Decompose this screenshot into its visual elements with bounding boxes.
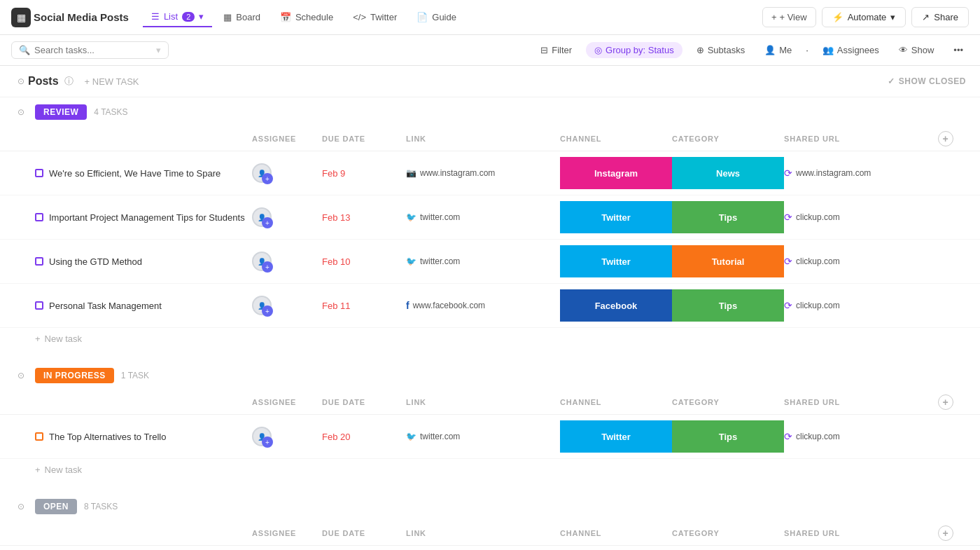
channel-badge[interactable]: Twitter (560, 201, 672, 233)
posts-info-icon[interactable]: ⓘ (64, 75, 74, 88)
me-button[interactable]: 👤 Me (759, 42, 797, 58)
due-date-cell: Feb 20 (322, 432, 406, 442)
group-open: ⊙ OPEN 8 TASKS ASSIGNEE DUE DATE LINK CH… (0, 492, 980, 550)
shared-url-cell: ⟳ www.instagram.com (784, 167, 938, 179)
col-due-date: DUE DATE (322, 135, 406, 143)
col-channel: CHANNEL (560, 529, 672, 537)
automate-icon: ⚡ (832, 12, 844, 22)
add-task-review[interactable]: + New task (0, 328, 980, 350)
link-cell: f www.facebook.com (406, 300, 560, 311)
add-view-button[interactable]: + + View (762, 7, 816, 27)
channel-badge[interactable]: Twitter (560, 420, 672, 453)
open-collapse-button[interactable]: ⊙ (14, 500, 28, 514)
col-assignee: ASSIGNEE (252, 135, 322, 143)
group-icon: ◎ (594, 45, 602, 55)
channel-cell: Twitter (560, 245, 672, 277)
posts-title: Posts (28, 75, 59, 88)
subtasks-button[interactable]: ⊕ Subtasks (691, 42, 750, 58)
category-badge[interactable]: Tips (672, 420, 784, 453)
group-in-progress: ⊙ IN PROGRESS 1 TASK ASSIGNEE DUE DATE L… (0, 361, 980, 481)
shared-url-cell: ⟳ clickup.com (784, 212, 938, 223)
category-cell: Tips (672, 201, 784, 233)
channel-badge[interactable]: Instagram (560, 157, 672, 189)
task-checkbox[interactable] (35, 257, 43, 266)
assignee-cell: 👤 + (252, 296, 322, 315)
toolbar: 🔍 ▾ ⊟ Filter ◎ Group by: Status ⊕ Subtas… (0, 35, 980, 66)
add-assignee-icon: + (262, 217, 273, 228)
review-label[interactable]: REVIEW (35, 104, 87, 120)
twitter-link-icon: 🐦 (406, 432, 416, 441)
in-progress-label[interactable]: IN PROGRESS (35, 368, 114, 383)
tab-schedule[interactable]: 📅 Schedule (272, 8, 342, 27)
group-review: ⊙ REVIEW 4 TASKS ASSIGNEE DUE DATE LINK … (0, 97, 980, 350)
task-name: Personal Task Management (49, 301, 162, 311)
add-task-in-progress[interactable]: + New task (0, 459, 980, 481)
col-add: + (938, 131, 966, 146)
channel-badge[interactable]: Twitter (560, 245, 672, 277)
avatar[interactable]: 👤 + (252, 163, 272, 183)
me-icon: 👤 (764, 45, 776, 55)
due-date-cell: Feb 9 (322, 168, 406, 179)
more-button[interactable]: ••• (948, 42, 969, 58)
task-name-cell: Important Project Management Tips for St… (35, 212, 252, 223)
task-checkbox[interactable] (35, 432, 43, 441)
twitter-link-icon: 🐦 (406, 256, 416, 266)
link-cell: 🐦 twitter.com (406, 256, 560, 266)
tab-guide[interactable]: 📄 Guide (408, 8, 465, 27)
add-assignee-icon: + (262, 173, 273, 184)
search-input[interactable] (34, 45, 152, 55)
new-task-button[interactable]: + NEW TASK (79, 75, 145, 88)
search-box[interactable]: 🔍 ▾ (11, 41, 169, 59)
automate-button[interactable]: ⚡ Automate ▾ (822, 7, 906, 27)
chevron-down-icon: ▾ (890, 12, 895, 22)
channel-cell: Instagram (560, 157, 672, 189)
assignees-button[interactable]: 👥 Assignees (817, 42, 885, 58)
channel-badge[interactable]: Facebook (560, 289, 672, 322)
avatar[interactable]: 👤 + (252, 296, 272, 315)
filter-button[interactable]: ⊟ Filter (535, 42, 578, 58)
table-row: The Top Alternatives to Trello 👤 + Feb 2… (0, 415, 980, 459)
open-label[interactable]: OPEN (35, 499, 77, 514)
posts-collapse-button[interactable]: ⊙ (14, 74, 28, 88)
tab-board[interactable]: ▦ Board (215, 8, 269, 27)
task-checkbox[interactable] (35, 169, 43, 177)
category-cell: Tutorial (672, 245, 784, 277)
channel-cell: Facebook (560, 289, 672, 322)
tab-list[interactable]: ☰ List 2 ▾ (143, 7, 212, 27)
category-cell: Tips (672, 289, 784, 322)
open-table-header: ASSIGNEE DUE DATE LINK CHANNEL CATEGORY … (0, 521, 980, 546)
in-progress-table-header: ASSIGNEE DUE DATE LINK CHANNEL CATEGORY … (0, 390, 980, 415)
open-count: 8 TASKS (84, 502, 118, 511)
in-progress-collapse-button[interactable]: ⊙ (14, 369, 28, 383)
tab-twitter[interactable]: </> Twitter (344, 8, 405, 27)
category-badge[interactable]: News (672, 157, 784, 189)
category-badge[interactable]: Tips (672, 201, 784, 233)
col-due-date: DUE DATE (322, 529, 406, 537)
col-category: CATEGORY (672, 529, 784, 537)
group-in-progress-header: ⊙ IN PROGRESS 1 TASK (0, 361, 980, 390)
clickup-icon: ⟳ (784, 300, 792, 311)
avatar[interactable]: 👤 + (252, 207, 272, 227)
add-column-button[interactable]: + (938, 394, 953, 410)
due-date-cell: Feb 11 (322, 301, 406, 311)
col-shared-url: SHARED URL (784, 529, 938, 537)
add-column-button[interactable]: + (938, 525, 953, 541)
due-date-cell: Feb 10 (322, 256, 406, 267)
avatar[interactable]: 👤 + (252, 427, 272, 446)
shared-url-cell: ⟳ clickup.com (784, 256, 938, 267)
add-column-button[interactable]: + (938, 131, 953, 146)
task-checkbox[interactable] (35, 213, 43, 221)
eye-icon: 👁 (899, 45, 908, 55)
top-nav: ▦ Social Media Posts ☰ List 2 ▾ ▦ Board … (0, 0, 980, 35)
show-closed-button[interactable]: ✓ SHOW CLOSED (888, 76, 966, 86)
category-badge[interactable]: Tips (672, 289, 784, 322)
chevron-down-icon: ▾ (199, 11, 204, 22)
task-checkbox[interactable] (35, 301, 43, 310)
share-button[interactable]: ↗ Share (911, 7, 969, 27)
avatar[interactable]: 👤 + (252, 252, 272, 271)
review-collapse-button[interactable]: ⊙ (14, 105, 28, 119)
group-by-button[interactable]: ◎ Group by: Status (586, 42, 682, 58)
app-title: Social Media Posts (34, 11, 129, 23)
category-badge[interactable]: Tutorial (672, 245, 784, 277)
show-button[interactable]: 👁 Show (893, 42, 940, 58)
